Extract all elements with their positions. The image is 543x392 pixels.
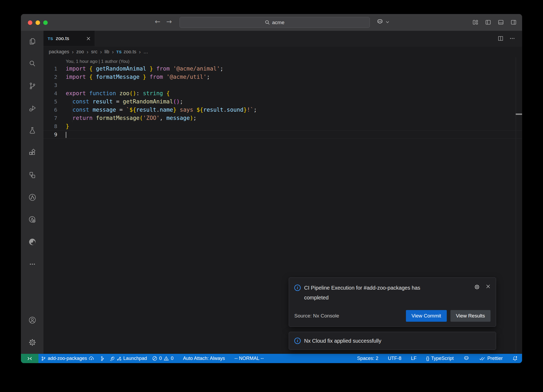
minimize-window-button[interactable] (36, 20, 40, 25)
notifications-bell-item[interactable] (510, 354, 520, 363)
ts-file-icon: TS (116, 50, 122, 54)
git-blame-annotation[interactable]: You, 1 hour ago | 1 author (You) (66, 59, 129, 64)
warnings-icon (164, 356, 169, 361)
eol-status-item[interactable]: LF (408, 354, 419, 363)
search-sidebar-icon[interactable] (28, 60, 36, 68)
breadcrumb-separator: › (72, 49, 74, 55)
breadcrumb-separator: › (139, 49, 141, 55)
close-tab-icon[interactable] (86, 37, 90, 41)
double-check-icon (479, 356, 485, 361)
code-line[interactable]: 9 (43, 130, 522, 139)
breadcrumb-item[interactable]: lib (104, 49, 109, 55)
chevron-down-icon (386, 21, 389, 23)
code-lines: 1import { getRandomAnimal } from '@acme/… (43, 65, 522, 139)
run-and-debug-icon[interactable] (28, 104, 36, 112)
launchpad-status-item[interactable]: Launchpad (107, 354, 150, 363)
text-cursor (66, 132, 66, 138)
breadcrumb-item[interactable]: src (91, 49, 97, 55)
line-number: 2 (43, 73, 57, 81)
vim-mode-status-item[interactable]: -- NORMAL -- (232, 354, 266, 363)
close-window-button[interactable] (28, 20, 32, 25)
branch-status-item[interactable]: add-zoo-packages (38, 354, 97, 363)
line-number: 5 (43, 98, 57, 106)
breadcrumb-item[interactable]: TSzoo.ts (116, 49, 136, 55)
explorer-icon[interactable] (28, 37, 36, 45)
remote-explorer-icon[interactable] (28, 171, 36, 179)
copilot-status-icon (463, 355, 470, 362)
copilot-menu[interactable] (376, 18, 389, 26)
breadcrumb: packages›zoo›src›lib›TSzoo.ts›… (43, 46, 522, 57)
branch-name: add-zoo-packages (48, 356, 87, 361)
breadcrumb-item[interactable]: packages (49, 49, 69, 55)
remote-indicator[interactable] (21, 354, 38, 363)
errors-icon (152, 356, 157, 361)
copilot-status-item[interactable] (461, 354, 472, 363)
code-line[interactable]: 3 (43, 81, 522, 89)
notification-source: Source: Nx Console (294, 313, 339, 319)
breadcrumb-item[interactable]: zoo (76, 49, 84, 55)
tab-zoo-ts[interactable]: TS zoo.ts (43, 31, 95, 46)
line-number: 9 (43, 130, 57, 139)
navigate-back-icon[interactable]: ← (155, 18, 160, 25)
split-editor-icon[interactable] (498, 36, 503, 41)
code-line[interactable]: 1import { getRandomAnimal } from '@acme/… (43, 65, 522, 73)
maximize-window-button[interactable] (43, 20, 48, 25)
more-views-icon[interactable] (28, 260, 36, 268)
navigate-forward-icon[interactable]: → (166, 18, 172, 25)
scrollbar-track[interactable] (516, 57, 516, 354)
overview-ruler-cursor-marker (516, 114, 522, 115)
code-line[interactable]: 2import { formatMessage } from '@acme/ut… (43, 73, 522, 81)
copilot-icon (376, 18, 384, 26)
notification-message: CI Pipeline Execution for #add-zoo-packa… (304, 283, 437, 303)
code-line[interactable]: 5 const result = getRandomAnimal(); (43, 98, 522, 106)
view-commit-button[interactable]: View Commit (406, 310, 447, 322)
breadcrumb-item[interactable]: … (143, 49, 148, 55)
code-line[interactable]: 8} (43, 122, 522, 130)
notification-toast-nx-cloud-fix: i Nx Cloud fix applied successfully (289, 332, 496, 350)
problems-status-item[interactable]: 0 0 (150, 354, 176, 363)
line-number: 1 (43, 65, 57, 73)
nx-console-icon[interactable] (28, 193, 36, 201)
toggle-panel-icon[interactable] (498, 19, 504, 25)
bell-dot-icon (512, 356, 518, 361)
view-results-button[interactable]: View Results (450, 310, 491, 322)
testing-icon[interactable] (28, 127, 36, 134)
line-number: 7 (43, 114, 57, 122)
source-control-icon[interactable] (28, 82, 36, 90)
account-icon[interactable] (28, 316, 36, 324)
command-center-search[interactable]: acme (179, 17, 370, 28)
activity-bar (21, 31, 43, 354)
remote-icon (27, 356, 33, 361)
publish-changes-icon (89, 356, 94, 361)
code-line[interactable]: 7 return formatMessage('ZOO', message); (43, 114, 522, 122)
launchpad-label: Launchpad (123, 356, 147, 361)
formatter-status-item[interactable]: Prettier (476, 354, 505, 363)
customize-layout-icon[interactable] (472, 19, 479, 25)
nx-cloud-icon[interactable] (28, 216, 36, 224)
settings-gear-icon[interactable] (28, 338, 36, 346)
search-value: acme (272, 20, 284, 25)
notification-toast-ci-pipeline: i CI Pipeline Execution for #add-zoo-pac… (289, 277, 496, 327)
toggle-primary-sidebar-icon[interactable] (485, 19, 491, 25)
auto-attach-status-item[interactable]: Auto Attach: Always (180, 354, 227, 363)
encoding-status-item[interactable]: UTF-8 (385, 354, 404, 363)
language-mode-status-item[interactable]: {} TypeScript (423, 354, 456, 363)
source-control-graph-icon (99, 356, 104, 361)
edge-devtools-icon[interactable] (28, 238, 36, 246)
source-control-graph-item[interactable] (97, 354, 107, 363)
window-controls (28, 20, 48, 25)
notification-message: Nx Cloud fix applied successfully (304, 336, 381, 346)
code-line[interactable]: 4export function zoo(): string { (43, 89, 522, 98)
notification-settings-gear-icon[interactable] (474, 284, 480, 290)
rocket-icon (110, 356, 115, 361)
line-number: 4 (43, 89, 57, 98)
extensions-icon[interactable] (28, 149, 36, 157)
indentation-status-item[interactable]: Spaces: 2 (354, 354, 381, 363)
line-number: 8 (43, 122, 57, 130)
editor-more-actions-icon[interactable] (509, 36, 515, 41)
toggle-secondary-sidebar-icon[interactable] (510, 19, 517, 25)
code-line[interactable]: 6 const message = `${result.name} says $… (43, 106, 522, 114)
error-count: 0 (159, 356, 162, 361)
notification-close-icon[interactable] (486, 284, 491, 289)
line-number: 6 (43, 106, 57, 114)
